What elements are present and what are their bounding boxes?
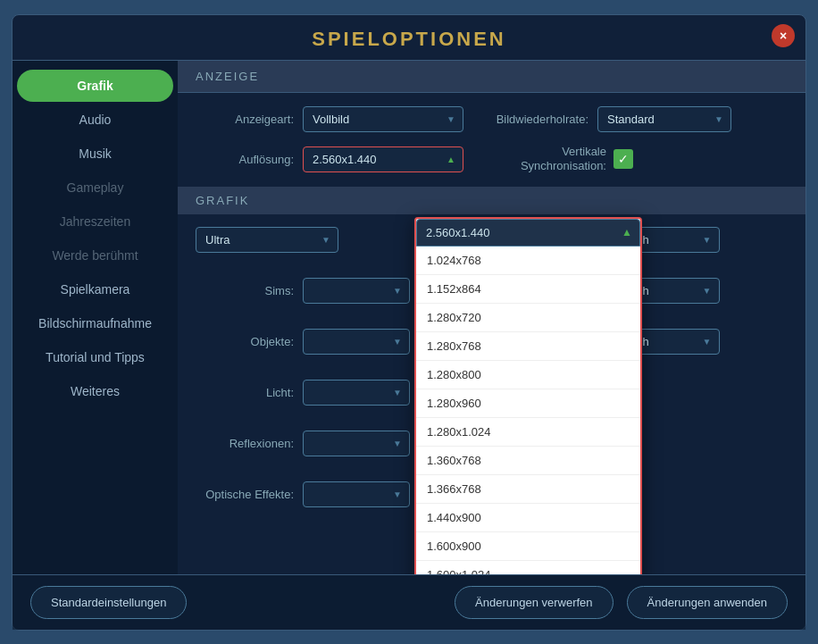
footer-center-buttons: Änderungen verwerfen Änderungen anwenden [455, 586, 788, 619]
resolution-option-11[interactable]: 1.600x1.024 [416, 561, 640, 574]
kantenglättung-arrow: ▼ [703, 235, 712, 245]
sims-dropdown[interactable]: ▼ [303, 278, 410, 304]
standardeinstellungen-button[interactable]: Standardeinstellungen [30, 586, 187, 619]
resolution-dropdown-up-arrow: ▲ [622, 226, 632, 238]
reflexionen-dropdown[interactable]: ▼ [303, 431, 410, 456]
close-button[interactable]: × [772, 24, 795, 47]
sidebar-item-tutorial[interactable]: Tutorial und Tipps [17, 341, 173, 373]
resolution-option-5[interactable]: 1.280x960 [416, 389, 640, 418]
grafik-quality-dropdown[interactable]: Ultra ▼ [196, 227, 338, 253]
vertikale-sync-checkbox[interactable]: ✓ [614, 149, 633, 169]
resolution-option-4[interactable]: 1.280x800 [416, 361, 640, 389]
sidebar-item-audio[interactable]: Audio [17, 104, 173, 136]
licht-arrow: ▼ [393, 388, 402, 397]
objekte-label: Objekte: [196, 335, 294, 348]
sims-label: Sims: [196, 284, 294, 297]
grafik-section-header: Grafik [178, 187, 805, 214]
grafik-quality-arrow: ▼ [321, 235, 330, 245]
resolution-dropdown-overlay: 2.560x1.440 ▲ 1.024x768 1.152x864 1.280x… [414, 217, 642, 574]
bildwiederholrate-dropdown[interactable]: Standard ▼ [597, 106, 731, 132]
bildwiederholrate-dropdown-arrow: ▼ [714, 114, 723, 124]
optische-effekte-label: Optische Effekte: [196, 488, 294, 501]
resolution-option-0[interactable]: 1.024x768 [416, 247, 640, 275]
resolution-dropdown-header[interactable]: 2.560x1.440 ▲ [416, 219, 640, 247]
aufloesung-row: Auflösung: 2.560x1.440 ▲ VertikaleSynchr… [196, 145, 788, 175]
sidebar-item-gameplay[interactable]: Gameplay [17, 171, 173, 204]
distanzanzeige-arrow: ▼ [703, 337, 712, 347]
modal-title: Spieloptionen [312, 28, 505, 50]
anzeigeart-dropdown-arrow: ▼ [447, 114, 455, 124]
resolution-option-9[interactable]: 1.440x900 [416, 504, 640, 532]
anzeige-section-header: Anzeige [178, 61, 805, 93]
resolution-option-6[interactable]: 1.280x1.024 [416, 418, 640, 447]
anzeigeart-row: Anzeigeart: Vollbild ▼ Bildwiederholrate… [196, 106, 788, 132]
sidebar-item-bildschirmaufnahme[interactable]: Bildschirmaufnahme [17, 307, 173, 339]
anzeigeart-label: Anzeigeart: [196, 113, 294, 126]
aenderungen-anwenden-button[interactable]: Änderungen anwenden [627, 586, 788, 619]
sidebar: Grafik Audio Musik Gameplay Jahreszeiten… [13, 61, 178, 574]
sidebar-item-musik[interactable]: Musik [17, 138, 173, 170]
licht-dropdown[interactable]: ▼ [303, 380, 410, 406]
modal-body: Grafik Audio Musik Gameplay Jahreszeiten… [13, 61, 805, 574]
bildwiederholrate-label: Bildwiederholrate: [472, 113, 588, 126]
optische-effekte-dropdown[interactable]: ▼ [303, 481, 410, 507]
resolution-option-1[interactable]: 1.152x864 [416, 275, 640, 304]
footer: Standardeinstellungen Änderungen verwerf… [13, 574, 805, 630]
aenderungen-verwerfen-button[interactable]: Änderungen verwerfen [455, 586, 614, 619]
aufloesung-label: Auflösung: [196, 153, 294, 166]
modal-container: Spieloptionen × Grafik Audio Musik Gamep… [12, 14, 806, 631]
resolution-option-3[interactable]: 1.280x768 [416, 332, 640, 361]
dreiD-aufloesung-arrow: ▼ [703, 286, 712, 296]
optische-effekte-arrow: ▼ [393, 489, 402, 499]
sidebar-item-spielkamera[interactable]: Spielkamera [17, 273, 173, 305]
resolution-option-8[interactable]: 1.366x768 [416, 475, 640, 504]
resolution-option-7[interactable]: 1.360x768 [416, 447, 640, 475]
licht-label: Licht: [196, 386, 294, 399]
aufloesung-dropdown-arrow: ▲ [447, 155, 455, 164]
resolution-option-10[interactable]: 1.600x900 [416, 532, 640, 561]
sidebar-item-jahreszeiten[interactable]: Jahreszeiten [17, 205, 173, 238]
reflexionen-arrow: ▼ [393, 439, 402, 448]
sidebar-item-werde-beruehmt[interactable]: Werde berühmt [17, 239, 173, 272]
modal-header: Spieloptionen × [13, 15, 805, 61]
resolution-dropdown-list: 1.024x768 1.152x864 1.280x720 1.280x768 … [416, 247, 640, 574]
objekte-arrow: ▼ [393, 337, 402, 347]
content-area: Anzeige Anzeigeart: Vollbild ▼ Bildwiede… [178, 61, 805, 574]
sidebar-item-grafik[interactable]: Grafik [17, 70, 173, 102]
anzeigeart-dropdown[interactable]: Vollbild ▼ [303, 106, 463, 132]
reflexionen-label: Reflexionen: [196, 437, 294, 450]
resolution-option-2[interactable]: 1.280x720 [416, 304, 640, 332]
objekte-dropdown[interactable]: ▼ [303, 329, 410, 355]
aufloesung-dropdown[interactable]: 2.560x1.440 ▲ [303, 146, 463, 172]
sidebar-item-weiteres[interactable]: Weiteres [17, 375, 173, 407]
sims-arrow: ▼ [393, 286, 402, 296]
vertikale-sync-label: VertikaleSynchronisation: [508, 145, 606, 175]
